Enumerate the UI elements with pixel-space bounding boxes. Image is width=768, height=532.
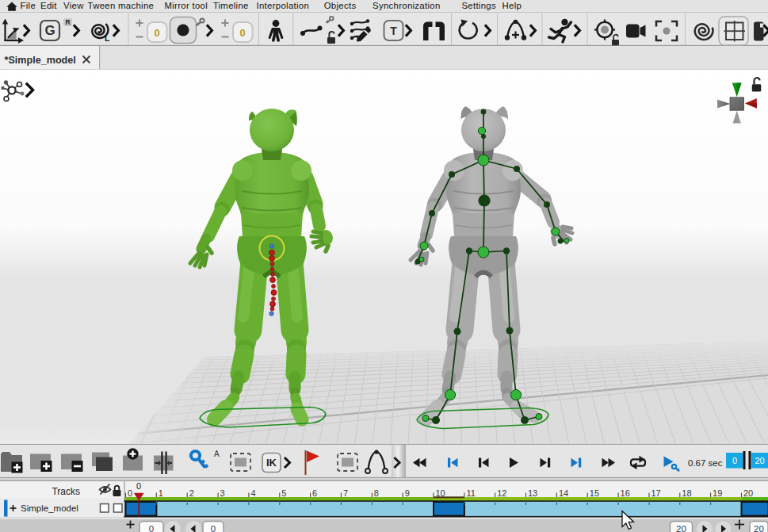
svg-text:5: 5 (281, 488, 286, 498)
svg-text:0: 0 (149, 524, 154, 532)
svg-text:0: 0 (155, 27, 160, 39)
svg-text:12: 12 (497, 488, 506, 498)
svg-text:0: 0 (136, 481, 141, 491)
svg-text:Help: Help (502, 1, 522, 10)
svg-text:0.67 sec: 0.67 sec (688, 458, 723, 468)
svg-text:9: 9 (405, 488, 410, 498)
svg-text:11: 11 (466, 488, 475, 498)
svg-text:2: 2 (189, 488, 194, 498)
svg-text:3: 3 (220, 488, 225, 498)
svg-text:G: G (44, 23, 55, 38)
svg-text:16: 16 (621, 488, 630, 498)
svg-text:7: 7 (343, 488, 348, 498)
svg-text:R: R (65, 18, 70, 26)
svg-text:8: 8 (374, 488, 379, 498)
svg-text:Tween machine: Tween machine (88, 1, 155, 10)
svg-text:0: 0 (732, 456, 737, 465)
svg-text:Simple_model: Simple_model (21, 503, 78, 513)
svg-text:Settings: Settings (461, 1, 496, 10)
svg-text:Objects: Objects (324, 1, 357, 10)
svg-text:Timeline: Timeline (213, 1, 249, 10)
svg-text:14: 14 (559, 488, 568, 498)
svg-text:0: 0 (240, 27, 246, 39)
svg-text:19: 19 (713, 488, 722, 498)
svg-text:17: 17 (651, 488, 661, 498)
svg-text:20: 20 (755, 456, 764, 465)
svg-text:Tracks: Tracks (52, 486, 80, 497)
svg-text:20: 20 (743, 488, 753, 498)
svg-text:Edit: Edit (40, 1, 57, 10)
svg-text:10: 10 (436, 488, 445, 498)
svg-text:File: File (21, 1, 36, 10)
svg-text:6: 6 (312, 488, 317, 498)
svg-text:20: 20 (676, 524, 686, 532)
svg-text:IK: IK (266, 457, 277, 469)
svg-text:T: T (390, 25, 397, 37)
svg-text:1: 1 (159, 488, 163, 498)
svg-text:A: A (214, 450, 220, 458)
svg-text:Mirror tool: Mirror tool (165, 1, 208, 10)
svg-text:13: 13 (528, 488, 537, 498)
svg-text:20: 20 (754, 524, 764, 532)
svg-text:*Simple_model: *Simple_model (5, 55, 76, 66)
svg-text:0: 0 (211, 524, 216, 532)
svg-text:15: 15 (590, 488, 599, 498)
svg-text:View: View (63, 1, 84, 10)
svg-text:0: 0 (128, 488, 132, 498)
svg-text:L: L (105, 33, 110, 43)
svg-text:Synchronization: Synchronization (373, 1, 441, 10)
svg-text:4: 4 (250, 488, 255, 498)
svg-text:18: 18 (682, 488, 691, 498)
svg-text:Interpolation: Interpolation (257, 1, 310, 10)
